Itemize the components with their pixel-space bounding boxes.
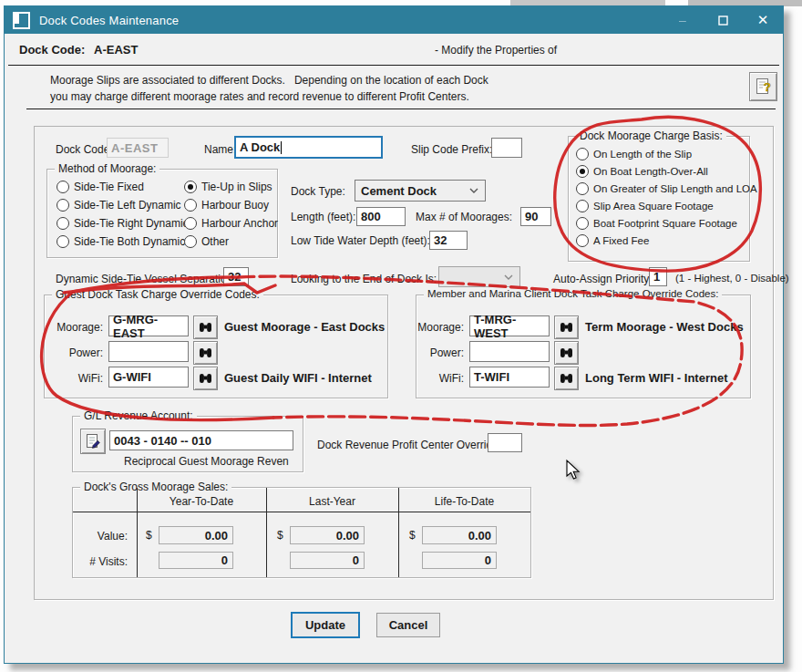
radio-tie-up-in-slips[interactable]: Tie-Up in Slips — [184, 181, 272, 193]
guest-power-label: Power: — [45, 346, 103, 359]
priority-input[interactable]: 1 — [649, 267, 667, 286]
radio-side-tie-fixed[interactable]: Side-Tie Fixed — [57, 181, 144, 193]
priority-label: Auto-Assign Priority: — [553, 273, 653, 285]
text-caret — [281, 141, 282, 154]
radio-slip-area-footage[interactable]: Slip Area Square Footage — [576, 200, 714, 212]
max-moorages-input[interactable]: 90 — [520, 207, 551, 226]
minimize-button[interactable]: – — [663, 6, 703, 34]
chevron-down-icon — [469, 188, 478, 193]
profit-override-label: Dock Revenue Profit Center Override: — [317, 439, 501, 451]
length-label: Length (feet): — [291, 211, 355, 223]
col-last-year: Last-Year — [266, 495, 398, 508]
radio-icon — [57, 217, 69, 230]
radio-harbour-anchor[interactable]: Harbour Anchor — [184, 217, 278, 230]
col-year-to-date: Year-To-Date — [137, 495, 266, 508]
member-wifi-label: WiFi: — [416, 372, 464, 385]
maximize-button[interactable] — [703, 6, 743, 34]
member-wifi-input[interactable]: T-WIFI — [469, 367, 550, 388]
guest-overrides-group: Guest Dock Task Charge Override Codes: M… — [44, 295, 388, 398]
header-dock-code-value: A-EAST — [94, 43, 138, 57]
intro-line-2: you may charge different moorage rates a… — [50, 90, 469, 103]
radio-on-boat-loa[interactable]: On Boat Length-Over-All — [576, 165, 708, 178]
sales-group: Dock's Gross Moorage Sales: Year-To-Date… — [72, 487, 531, 578]
screenshot-canvas: Dock Codes Maintenance – ✕ Dock Code: A-… — [0, 0, 802, 672]
radio-side-tie-right-dynamic[interactable]: Side-Tie Right Dynamic — [57, 217, 189, 230]
binoculars-icon — [199, 346, 212, 359]
name-value: A Dock — [240, 140, 280, 154]
help-button[interactable]: ? — [749, 72, 777, 101]
binoculars-icon — [560, 346, 573, 359]
radio-icon — [576, 217, 589, 230]
radio-icon — [576, 182, 589, 195]
guest-power-lookup-button[interactable] — [193, 341, 218, 365]
separator-line — [26, 109, 776, 109]
name-input[interactable]: A Dock — [234, 136, 383, 159]
radio-other[interactable]: Other — [184, 235, 229, 248]
dock-type-label: Dock Type: — [291, 185, 345, 198]
radio-icon — [184, 235, 197, 248]
visits-ytd-field: 0 — [159, 552, 233, 569]
header-dock-code-label: Dock Code: — [19, 43, 85, 57]
help-page-question-icon: ? — [755, 78, 772, 96]
member-moorage-input[interactable]: T-MRG-WEST — [469, 315, 550, 336]
radio-side-tie-both-dynamic[interactable]: Side-Tie Both Dynamic — [57, 235, 185, 248]
radio-icon-selected — [184, 181, 197, 193]
radio-icon-selected — [576, 165, 589, 178]
guest-overrides-title: Guest Dock Task Charge Override Codes: — [52, 288, 263, 301]
radio-icon — [57, 181, 69, 193]
table-header-line — [73, 512, 530, 512]
value-lifetime-field: 0.00 — [422, 526, 497, 544]
radio-greater-slip-loa[interactable]: On Greater of Slip Length and LOA — [576, 182, 757, 195]
separation-input[interactable]: 32 — [223, 267, 249, 286]
radio-on-length-of-slip[interactable]: On Length of the Slip — [576, 148, 692, 160]
close-button[interactable]: ✕ — [743, 6, 783, 34]
profit-override-input[interactable] — [488, 433, 522, 452]
name-label: Name: — [204, 143, 236, 156]
radio-boat-footprint-footage[interactable]: Boat Footprint Square Footage — [576, 217, 737, 230]
radio-fixed-fee[interactable]: A Fixed Fee — [576, 234, 649, 247]
svg-text:?: ? — [764, 80, 771, 94]
member-moorage-description: Term Moorage - West Docks — [585, 320, 744, 334]
gl-account-field[interactable]: 0043 - 0140 -- 010 — [109, 430, 293, 450]
guest-moorage-label: Moorage: — [45, 321, 103, 334]
member-moorage-lookup-button[interactable] — [554, 315, 579, 339]
binoculars-icon — [560, 321, 573, 334]
chevron-down-icon — [504, 274, 513, 280]
looking-end-label: Looking to the End of Dock Is: — [291, 273, 437, 285]
currency-sign: $ — [409, 529, 416, 542]
guest-wifi-input[interactable]: G-WIFI — [108, 367, 189, 388]
radio-side-tie-left-dynamic[interactable]: Side-Tie Left Dynamic — [57, 199, 181, 212]
member-wifi-lookup-button[interactable] — [554, 367, 579, 390]
looking-end-dropdown[interactable] — [438, 266, 520, 287]
guest-wifi-description: Guest Daily WIFI - Internet — [224, 371, 372, 385]
guest-moorage-lookup-button[interactable] — [193, 315, 218, 339]
low-tide-input[interactable]: 32 — [429, 231, 468, 250]
priority-hint: (1 - Highest, 0 - Disable) — [675, 273, 789, 284]
intro-line-1: Moorage Slips are associated to differen… — [50, 74, 488, 87]
length-input[interactable]: 800 — [356, 207, 406, 226]
visits-lifetime-field: 0 — [422, 552, 497, 569]
header-modify-text: - Modify the Properties of — [435, 44, 557, 57]
member-moorage-label: Moorage: — [416, 321, 464, 334]
member-wifi-description: Long Term WIFI - Internet — [585, 371, 727, 385]
visits-row-label: # Visits: — [73, 555, 128, 568]
guest-moorage-input[interactable]: G-MRG-EAST — [108, 315, 189, 336]
col-life-to-date: Life-To-Date — [398, 495, 530, 508]
member-power-lookup-button[interactable] — [554, 341, 579, 365]
member-power-input[interactable] — [469, 341, 550, 362]
guest-power-input[interactable] — [108, 341, 189, 362]
radio-harbour-buoy[interactable]: Harbour Buoy — [184, 199, 269, 212]
guest-wifi-lookup-button[interactable] — [193, 367, 218, 390]
gl-account-edit-button[interactable] — [80, 429, 106, 454]
member-power-label: Power: — [416, 346, 464, 359]
update-button[interactable]: Update — [291, 612, 360, 638]
slip-code-prefix-input[interactable] — [491, 138, 522, 158]
currency-sign: $ — [146, 529, 152, 542]
low-tide-label: Low Tide Water Depth (feet): — [291, 234, 430, 247]
radio-icon — [576, 148, 589, 160]
member-overrides-title: Member and Marina Client Dock Task Charg… — [424, 288, 722, 299]
dock-type-value: Cement Dock — [361, 184, 437, 198]
cancel-button[interactable]: Cancel — [376, 613, 440, 637]
window-title: Dock Codes Maintenance — [39, 14, 179, 27]
dock-type-dropdown[interactable]: Cement Dock — [355, 180, 486, 202]
